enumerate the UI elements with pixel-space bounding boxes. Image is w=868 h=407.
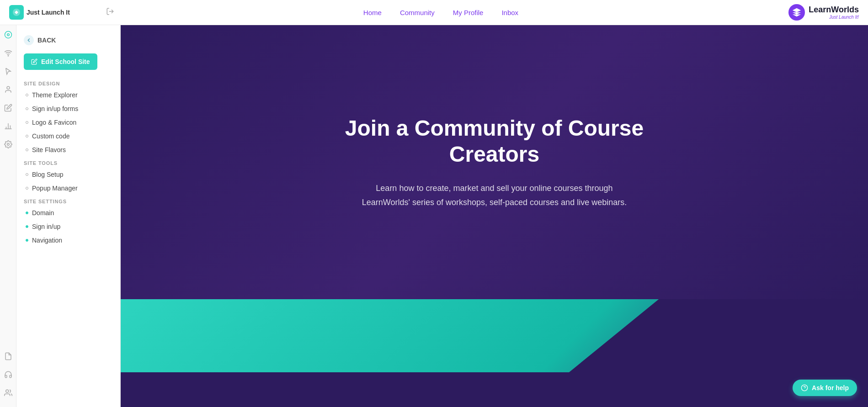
- menu-item-sign-in-forms[interactable]: Sign in/up forms: [16, 102, 120, 116]
- menu-item-label: Blog Setup: [32, 171, 64, 178]
- logout-icon[interactable]: [106, 7, 114, 17]
- menu-dot: [26, 94, 28, 96]
- menu-item-label: Domain: [32, 209, 54, 217]
- gear-icon[interactable]: [3, 139, 13, 149]
- site-name: Just Launch It: [27, 9, 70, 16]
- svg-point-2: [5, 32, 11, 38]
- menu-item-label: Popup Manager: [32, 185, 78, 192]
- menu-dot-active: [26, 211, 28, 214]
- top-nav-links: Home Community My Profile Inbox: [114, 9, 767, 16]
- back-arrow-icon: [24, 35, 34, 45]
- site-logo: Just Launch It: [9, 5, 70, 20]
- menu-item-popup-manager[interactable]: Popup Manager: [16, 181, 120, 195]
- svg-point-5: [7, 86, 10, 89]
- main-area: BACK Edit School Site SITE DESIGN Theme …: [0, 25, 868, 407]
- menu-item-label: Custom code: [32, 132, 69, 140]
- menu-dot-active: [26, 239, 28, 242]
- users-icon[interactable]: [3, 388, 13, 398]
- teal-section-shape: [569, 299, 868, 372]
- site-design-header: SITE DESIGN: [16, 77, 120, 88]
- chart-icon[interactable]: [3, 121, 13, 131]
- content-area: Join a Community of Course Creators Lear…: [121, 25, 868, 407]
- menu-item-blog-setup[interactable]: Blog Setup: [16, 168, 120, 181]
- brand-logo: LearnWorlds Just Launch It!: [788, 4, 859, 21]
- home-icon[interactable]: [3, 30, 13, 40]
- hero-title: Join a Community of Course Creators: [335, 115, 655, 168]
- nav-link-my-profile[interactable]: My Profile: [453, 9, 484, 16]
- menu-dot-active: [26, 225, 28, 228]
- menu-item-label: Theme Explorer: [32, 91, 78, 99]
- menu-item-theme-explorer[interactable]: Theme Explorer: [16, 88, 120, 102]
- site-settings-header: SITE SETTINGS: [16, 195, 120, 206]
- hero-subtitle: Learn how to create, market and sell you…: [357, 181, 632, 209]
- ask-help-label: Ask for help: [812, 384, 849, 391]
- menu-dot: [26, 135, 28, 137]
- menu-dot: [26, 107, 28, 110]
- nav-link-community[interactable]: Community: [400, 9, 435, 16]
- svg-point-3: [7, 34, 9, 36]
- menu-item-sign-in-up[interactable]: Sign in/up: [16, 220, 120, 233]
- svg-point-10: [7, 143, 9, 146]
- menu-dot: [26, 187, 28, 190]
- ask-help-button[interactable]: Ask for help: [793, 380, 857, 396]
- menu-item-site-flavors[interactable]: Site Flavors: [16, 143, 120, 157]
- menu-item-domain[interactable]: Domain: [16, 206, 120, 220]
- menu-item-label: Site Flavors: [32, 146, 66, 153]
- hero-section: Join a Community of Course Creators Lear…: [121, 25, 868, 299]
- icon-sidebar: [0, 25, 16, 407]
- menu-item-label: Sign in/up forms: [32, 105, 78, 112]
- wifi-icon[interactable]: [3, 48, 13, 58]
- nav-link-inbox[interactable]: Inbox: [501, 9, 518, 16]
- brand-name: LearnWorlds: [809, 5, 859, 15]
- site-logo-icon: [9, 5, 24, 20]
- menu-item-custom-code[interactable]: Custom code: [16, 129, 120, 143]
- brand-logo-img: [788, 4, 805, 21]
- menu-item-label: Sign in/up: [32, 223, 60, 230]
- back-label: BACK: [37, 37, 56, 44]
- menu-item-navigation[interactable]: Navigation: [16, 233, 120, 247]
- top-nav-left: Just Launch It: [9, 5, 114, 20]
- brand-tagline: Just Launch It!: [809, 15, 859, 20]
- doc-icon[interactable]: [3, 351, 13, 361]
- menu-item-label: Navigation: [32, 237, 62, 244]
- menu-item-logo-favicon[interactable]: Logo & Favicon: [16, 116, 120, 129]
- edit-school-button[interactable]: Edit School Site: [24, 53, 97, 70]
- left-panel: BACK Edit School Site SITE DESIGN Theme …: [16, 25, 121, 407]
- menu-dot: [26, 148, 28, 151]
- person-icon[interactable]: [3, 85, 13, 95]
- icon-sidebar-bottom: [3, 351, 13, 402]
- brand-text: LearnWorlds Just Launch It!: [809, 5, 859, 20]
- teal-section: [121, 299, 868, 372]
- headset-icon[interactable]: [3, 370, 13, 380]
- edit-icon[interactable]: [3, 103, 13, 113]
- site-tools-header: SITE TOOLS: [16, 157, 120, 168]
- menu-item-label: Logo & Favicon: [32, 119, 76, 126]
- menu-dot: [26, 121, 28, 124]
- back-button[interactable]: BACK: [16, 32, 120, 49]
- menu-dot: [26, 173, 28, 176]
- svg-point-11: [5, 390, 8, 392]
- top-navigation: Just Launch It Home Community My Profile…: [0, 0, 868, 25]
- top-nav-right: LearnWorlds Just Launch It!: [767, 4, 859, 21]
- nav-link-home[interactable]: Home: [363, 9, 382, 16]
- cursor-icon[interactable]: [3, 66, 13, 76]
- edit-school-label: Edit School Site: [41, 58, 90, 65]
- svg-point-4: [8, 55, 9, 56]
